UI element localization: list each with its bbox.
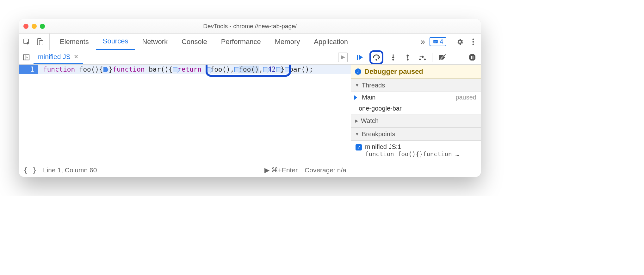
svg-point-23: [419, 58, 421, 60]
execution-marker-icon: [103, 67, 108, 72]
editor-pane: minified JS ✕ 1 function foo(){}function…: [19, 50, 351, 177]
tab-memory[interactable]: Memory: [268, 34, 307, 50]
settings-icon[interactable]: [455, 37, 464, 46]
tab-performance[interactable]: Performance: [214, 34, 268, 50]
breakpoint-code: function foo(){}function …: [365, 150, 459, 157]
threads-section-header[interactable]: ▼ Threads: [351, 79, 481, 92]
panel-tabstrip: Elements Sources Network Console Perform…: [19, 34, 481, 50]
pretty-print-icon[interactable]: { }: [23, 166, 37, 174]
close-tab-icon[interactable]: ✕: [74, 53, 78, 60]
tab-console[interactable]: Console: [175, 34, 214, 50]
step-over-button[interactable]: [369, 50, 383, 64]
svg-rect-21: [407, 56, 408, 58]
svg-point-20: [407, 59, 409, 61]
inspect-element-icon[interactable]: [22, 37, 31, 46]
titlebar: DevTools - chrome://new-tab-page/: [19, 19, 481, 34]
main-content: minified JS ✕ 1 function foo(){}function…: [19, 50, 481, 177]
issues-badge[interactable]: 4: [430, 37, 446, 46]
step-into-button[interactable]: [388, 53, 398, 62]
cursor-position: Line 1, Column 60: [43, 166, 97, 174]
breakpoints-section-header[interactable]: ▼ Breakpoints: [351, 127, 481, 141]
disclosure-triangle-icon: ▶: [355, 118, 358, 123]
breakpoint-label: minified JS:1: [365, 143, 459, 150]
svg-rect-2: [39, 41, 43, 45]
snippet-run-icon[interactable]: [338, 53, 348, 62]
disclosure-triangle-icon: ▼: [355, 83, 359, 88]
tab-network[interactable]: Network: [135, 34, 175, 50]
editor-tabbar: minified JS ✕: [19, 50, 351, 65]
tab-elements[interactable]: Elements: [53, 34, 96, 50]
step-button[interactable]: [418, 53, 427, 62]
svg-rect-3: [433, 40, 438, 43]
svg-marker-25: [422, 55, 424, 58]
issues-count: 4: [440, 38, 443, 45]
paused-label: Debugger paused: [364, 67, 423, 76]
svg-rect-18: [393, 54, 394, 57]
resume-button[interactable]: [355, 53, 364, 62]
step-marker-icon: [206, 67, 210, 72]
svg-rect-4: [434, 41, 437, 42]
watch-section-header[interactable]: ▶ Watch: [351, 114, 481, 127]
deactivate-breakpoints-button[interactable]: [437, 53, 447, 62]
step-marker-icon: [234, 67, 238, 72]
breakpoint-checkbox[interactable]: ✓: [356, 144, 362, 150]
svg-marker-11: [27, 56, 28, 58]
tab-application[interactable]: Application: [307, 34, 355, 50]
step-marker-icon: [263, 67, 267, 72]
svg-rect-30: [473, 56, 474, 59]
more-tabs-icon[interactable]: »: [420, 37, 425, 47]
svg-rect-29: [471, 56, 472, 59]
svg-marker-19: [392, 57, 395, 59]
thread-row-main[interactable]: Main paused: [351, 92, 481, 103]
line-gutter: 1: [19, 65, 38, 163]
run-hint: ▶ ⌘+Enter: [264, 166, 298, 174]
svg-rect-5: [434, 42, 436, 42]
step-marker-icon: [276, 67, 280, 72]
svg-rect-24: [420, 56, 423, 57]
line-number[interactable]: 1: [19, 65, 38, 74]
svg-point-17: [392, 59, 394, 61]
svg-marker-22: [406, 54, 410, 56]
svg-point-6: [473, 38, 474, 40]
svg-rect-9: [23, 54, 29, 60]
editor-statusbar: { } Line 1, Column 60 ▶ ⌘+Enter Coverage…: [19, 163, 351, 177]
step-marker-icon: [173, 67, 177, 72]
file-tab-label: minified JS: [38, 53, 71, 61]
svg-point-7: [473, 41, 474, 42]
breakpoint-row[interactable]: ✓ minified JS:1 function foo(){}function…: [351, 141, 481, 160]
debugger-paused-banner: i Debugger paused: [351, 65, 481, 79]
more-options-icon[interactable]: [469, 37, 478, 46]
svg-rect-13: [357, 55, 358, 60]
disclosure-triangle-icon: ▼: [355, 131, 359, 137]
code-editor[interactable]: 1 function foo(){}function bar(){return …: [19, 65, 351, 163]
step-out-button[interactable]: [403, 53, 412, 62]
device-toolbar-icon[interactable]: [35, 37, 44, 46]
tab-sources[interactable]: Sources: [96, 34, 135, 50]
svg-marker-14: [359, 55, 363, 60]
thread-row-one-google-bar[interactable]: one-google-bar: [351, 103, 481, 114]
window-title: DevTools - chrome://new-tab-page/: [19, 23, 481, 30]
step-marker-icon: [285, 67, 289, 72]
svg-marker-12: [341, 55, 345, 60]
code-line-1[interactable]: function foo(){}function bar(){return fo…: [38, 65, 351, 74]
svg-point-8: [473, 43, 474, 45]
debugger-sidebar: i Debugger paused ▼ Threads Main paused …: [351, 50, 481, 177]
info-icon: i: [355, 68, 361, 75]
file-tab-minified-js[interactable]: minified JS ✕: [34, 50, 83, 64]
navigator-toggle-icon[interactable]: [22, 53, 31, 62]
devtools-window: DevTools - chrome://new-tab-page/ Elemen…: [19, 19, 481, 177]
svg-point-26: [424, 58, 426, 60]
pause-on-exceptions-button[interactable]: [468, 53, 477, 62]
debug-toolbar: [351, 50, 481, 65]
coverage-status: Coverage: n/a: [305, 166, 346, 174]
svg-point-16: [375, 59, 377, 60]
